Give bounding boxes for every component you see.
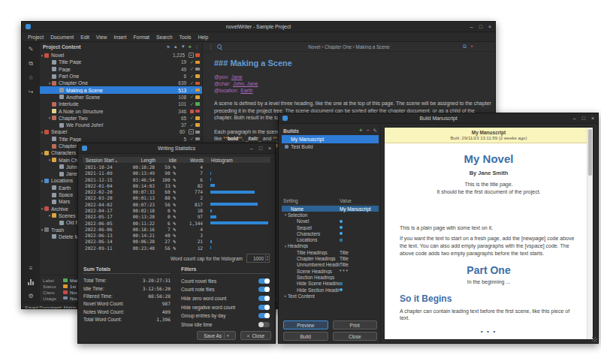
build-list-item[interactable]: My Manuscript bbox=[282, 135, 379, 143]
close-button[interactable]: ×Close bbox=[240, 331, 271, 340]
filter-toggle[interactable] bbox=[258, 322, 270, 327]
build-action-button[interactable]: Build bbox=[283, 332, 328, 341]
active-check-icon[interactable] bbox=[189, 115, 195, 122]
stats-row[interactable]: 2022-05-17 00:13:20 0 % 97 bbox=[82, 214, 271, 220]
active-check-icon[interactable] bbox=[189, 73, 195, 80]
active-check-icon[interactable] bbox=[189, 101, 195, 107]
minimize-icon[interactable]: – bbox=[573, 113, 576, 123]
stats-row[interactable]: 2022-06-14 00:06:28 27 % 21 bbox=[82, 239, 271, 245]
active-check-icon[interactable] bbox=[189, 59, 195, 65]
tree-item[interactable]: ▾ Sequel 60 bbox=[40, 128, 202, 135]
tree-item[interactable]: A Note on Structure 346 bbox=[40, 107, 202, 114]
stats-row[interactable]: 2021-11-09 00:13:49 90 % 7 bbox=[82, 170, 271, 176]
menu-item[interactable]: Tools bbox=[177, 35, 195, 40]
menu-item[interactable]: View bbox=[93, 35, 110, 40]
col-histogram[interactable]: Histogram bbox=[209, 158, 267, 163]
details-list-icon[interactable]: ≡ bbox=[29, 265, 33, 272]
filter-toggle[interactable] bbox=[258, 305, 270, 310]
move-down-icon[interactable]: ▼ bbox=[181, 44, 186, 49]
spinbox-arrows[interactable]: ▴▾ bbox=[265, 255, 269, 261]
active-check-icon[interactable] bbox=[189, 94, 195, 101]
tag-value[interactable]: John, Jane bbox=[233, 81, 258, 86]
col-length[interactable]: Length bbox=[126, 158, 161, 163]
stats-row[interactable]: 2022-04-02 00:07:23 56 % 817 bbox=[82, 201, 271, 207]
setting-row[interactable]: Sequel bbox=[282, 224, 379, 230]
tree-item[interactable]: ▾ Chapter One 639 bbox=[40, 80, 202, 86]
setting-row[interactable]: ▸Text Content bbox=[282, 293, 379, 299]
active-check-icon[interactable] bbox=[189, 129, 194, 134]
close-icon[interactable]: × bbox=[591, 113, 594, 123]
active-check-icon[interactable] bbox=[189, 66, 195, 73]
preview-scrollbar[interactable] bbox=[587, 128, 593, 339]
tree-item[interactable]: Making a Scene 513 bbox=[40, 86, 202, 93]
build-action-button[interactable]: Close bbox=[333, 332, 378, 341]
tag-value[interactable]: Earth bbox=[240, 88, 252, 93]
active-check-icon[interactable] bbox=[189, 53, 194, 58]
minimize-icon[interactable]: – bbox=[250, 143, 253, 153]
filter-toggle[interactable] bbox=[258, 313, 270, 318]
remove-build-icon[interactable]: − bbox=[366, 126, 369, 135]
editor-close-icon[interactable]: × bbox=[470, 42, 473, 51]
edit-build-icon[interactable]: ✎ bbox=[373, 126, 377, 135]
add-build-icon[interactable]: + bbox=[359, 126, 362, 135]
build-titlebar[interactable]: Build Manuscript – □ × bbox=[279, 113, 598, 124]
search-icon[interactable] bbox=[217, 44, 222, 49]
stats-row[interactable]: 2022-09-11 00:23:40 56 % 12 bbox=[82, 245, 271, 251]
maximize-icon[interactable]: □ bbox=[479, 22, 482, 32]
active-check-icon[interactable] bbox=[189, 136, 195, 143]
active-check-icon[interactable] bbox=[189, 80, 195, 86]
maximize-icon[interactable]: □ bbox=[582, 113, 585, 123]
menu-item[interactable]: Help bbox=[195, 35, 211, 40]
tree-item[interactable]: Title Page 19 bbox=[40, 59, 202, 65]
stats-row[interactable]: 2022-04-17 00:02:18 0 % 18 bbox=[82, 207, 271, 213]
setting-row[interactable]: Hide Scene Headings bbox=[282, 281, 379, 287]
tag-value[interactable]: Jane bbox=[231, 74, 243, 80]
cap-value[interactable]: 1000 bbox=[247, 256, 265, 261]
tree-item[interactable]: Another Scene 108 bbox=[40, 94, 202, 101]
menu-item[interactable]: Search bbox=[153, 35, 176, 40]
writing-stats-icon[interactable] bbox=[28, 279, 34, 285]
col-words[interactable]: Words bbox=[182, 158, 209, 163]
col-session-start[interactable]: Session Start▴ bbox=[86, 158, 126, 163]
setting-row[interactable]: Scene Headings * * * bbox=[282, 268, 379, 274]
editor-view-icon[interactable]: ✎ bbox=[29, 46, 34, 53]
close-icon[interactable]: × bbox=[488, 22, 491, 32]
setting-row[interactable]: Title Headings Title bbox=[282, 249, 379, 255]
build-action-button[interactable]: Preview bbox=[283, 320, 328, 329]
menu-item[interactable]: Edit bbox=[77, 35, 92, 40]
menu-item[interactable]: Project bbox=[25, 35, 47, 40]
main-titlebar[interactable]: novelWriter - Sample Project – □ × bbox=[22, 22, 495, 32]
build-list-item[interactable]: Test Build bbox=[282, 143, 379, 152]
active-check-icon[interactable] bbox=[189, 122, 195, 128]
settings-gear-icon[interactable]: ⚙ bbox=[28, 293, 33, 299]
tree-menu-icon[interactable]: ⋮ bbox=[195, 44, 199, 50]
tree-item[interactable]: Interlude 101 bbox=[40, 101, 202, 107]
stats-row[interactable]: 2022-06-05 00:11:22 6 % 1,344 bbox=[82, 220, 271, 226]
setting-row[interactable]: ▾Selection bbox=[282, 212, 379, 218]
col-idle[interactable]: Idle bbox=[161, 158, 182, 163]
stats-row[interactable]: 2021-12-15 03:46:54 100 % 6 bbox=[82, 176, 271, 182]
tree-item[interactable]: Title Page 5 bbox=[40, 136, 202, 143]
menu-item[interactable]: Document bbox=[47, 35, 77, 40]
quick-links-icon[interactable]: ⚑ bbox=[166, 44, 170, 50]
move-up-icon[interactable]: ▲ bbox=[174, 44, 178, 49]
cap-spinbox[interactable]: 1000 ▴▾ bbox=[246, 254, 270, 263]
tree-item[interactable]: Part One 6 bbox=[40, 73, 202, 80]
stats-row[interactable]: 2022-01-04 00:14:03 33 % 82 bbox=[82, 182, 271, 188]
editor-menu-icon[interactable]: ⋮ bbox=[208, 42, 213, 51]
tree-item[interactable]: ▾ Chapter Two 65 bbox=[40, 115, 202, 122]
scrollbar-thumb[interactable] bbox=[588, 129, 592, 176]
stats-titlebar[interactable]: Writing Statistics – □ × bbox=[78, 143, 275, 154]
stats-row[interactable]: 2022-06-06 00:18:16 7 % 4 bbox=[82, 226, 271, 232]
outline-view-icon[interactable]: ⧉ bbox=[29, 60, 33, 67]
export-icon[interactable]: ↪ bbox=[29, 89, 34, 95]
setting-row[interactable]: Characters bbox=[282, 230, 379, 236]
stats-row[interactable]: 2022-06-13 00:14:21 40 % 3 bbox=[82, 233, 271, 239]
stats-row[interactable]: 2021-10-24 00:10:28 59 % 4 bbox=[82, 164, 271, 170]
stats-row[interactable]: 2022-03-20 00:01:13 88 % 2 bbox=[82, 195, 271, 201]
menu-item[interactable]: Format bbox=[130, 35, 153, 40]
tree-item[interactable]: We Found John! 37 bbox=[40, 122, 202, 128]
setting-row[interactable]: Locations bbox=[282, 236, 379, 242]
stats-row[interactable]: 2022-02-20 00:07:33 60 % 774 bbox=[82, 188, 271, 194]
add-item-icon[interactable]: + bbox=[189, 44, 192, 50]
